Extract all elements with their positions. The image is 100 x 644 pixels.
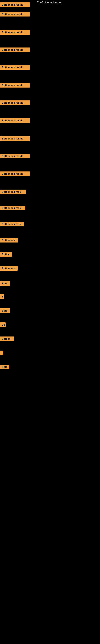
bottleneck-label-17: Bottleneck [0,266,18,271]
bottleneck-result-row-15: Bottleneck [0,238,18,243]
bottleneck-label-20: Bottl [0,308,10,313]
page-wrapper: TheBottlenecker.com Bottleneck resultBot… [0,0,100,644]
bottleneck-label-14: Bottleneck resu [0,222,24,226]
bottleneck-label-24: Bott [0,365,9,369]
results-container: Bottleneck resultBottleneck resultBottle… [0,5,100,644]
bottleneck-result-row-2: Bottleneck result [0,12,30,17]
bottleneck-label-2: Bottleneck result [0,12,30,16]
bottleneck-label-11: Bottleneck result [0,172,30,176]
bottleneck-label-7: Bottleneck result [0,100,30,105]
bottleneck-result-row-24: Bott [0,365,9,370]
bottleneck-label-5: Bottleneck result [0,65,30,70]
bottleneck-result-row-6: Bottleneck result [0,83,30,88]
bottleneck-label-9: Bottleneck result [0,136,30,141]
bottleneck-result-row-17: Bottleneck [0,266,18,272]
bottleneck-result-row-13: Bottleneck resu [0,206,25,211]
bottleneck-result-row-10: Bottleneck result [0,154,30,159]
bottleneck-label-1: Bottleneck result [0,2,30,7]
bottleneck-label-18: Bottl [0,281,10,286]
bottleneck-result-row-11: Bottleneck result [0,172,30,177]
bottleneck-result-row-7: Bottleneck result [0,100,30,106]
bottleneck-result-row-22: Bottlen [0,336,14,342]
bottleneck-label-8: Bottleneck result [0,118,30,123]
bottleneck-result-row-12: Bottleneck resu [0,190,26,195]
bottleneck-result-row-4: Bottleneck result [0,48,30,53]
bottleneck-label-3: Bottleneck result [0,30,30,34]
bottleneck-result-row-3: Bottleneck result [0,30,30,36]
bottleneck-label-15: Bottleneck [0,238,18,242]
bottleneck-label-13: Bottleneck resu [0,206,25,210]
bottleneck-result-row-23: | [0,350,3,356]
bottleneck-label-10: Bottleneck result [0,154,30,158]
bottleneck-label-16: Bottle [0,252,12,256]
bottleneck-result-row-9: Bottleneck result [0,136,30,142]
bottleneck-result-row-14: Bottleneck resu [0,222,24,227]
bottleneck-result-row-19: B [0,294,4,300]
bottleneck-label-22: Bottlen [0,336,14,341]
bottleneck-result-row-1: Bottleneck result [0,2,30,8]
bottleneck-label-6: Bottleneck result [0,83,30,88]
bottleneck-label-23: | [0,350,3,355]
bottleneck-label-4: Bottleneck result [0,48,30,52]
bottleneck-label-19: B [0,294,4,299]
bottleneck-result-row-18: Bottl [0,281,10,286]
bottleneck-result-row-16: Bottle [0,252,12,258]
bottleneck-result-row-21: Bo [0,322,6,328]
bottleneck-result-row-8: Bottleneck result [0,118,30,124]
bottleneck-label-21: Bo [0,322,6,327]
bottleneck-result-row-20: Bottl [0,308,10,314]
bottleneck-result-row-5: Bottleneck result [0,65,30,70]
bottleneck-label-12: Bottleneck resu [0,190,26,194]
